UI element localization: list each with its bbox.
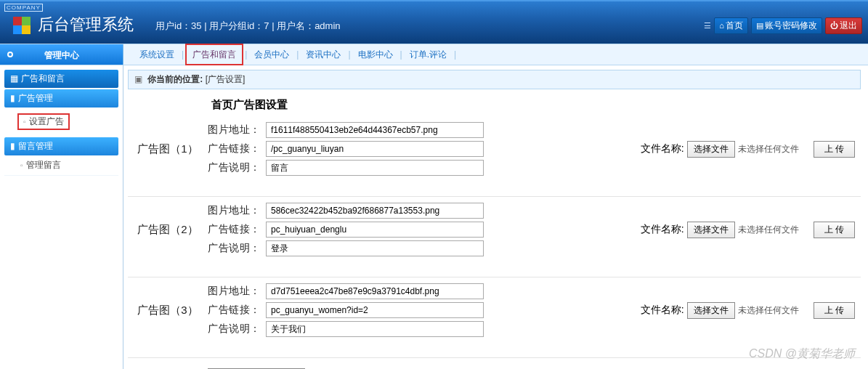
- desc-input[interactable]: [266, 240, 484, 256]
- app-logo-icon: [13, 17, 31, 34]
- power-icon: ⏻: [830, 21, 838, 30]
- breadcrumb-value: [广告设置]: [206, 74, 246, 84]
- nav-link-3[interactable]: 资讯中心: [299, 44, 348, 65]
- nav-link-5[interactable]: 订单.评论: [402, 44, 454, 65]
- sidebar: ▦广告和留言 ▮广告管理 ▫设置广告 ▮留言管理 ▫管理留言: [0, 65, 123, 369]
- nav-title: 管理中心: [0, 44, 123, 65]
- field-label-desc: 广告说明：: [208, 323, 266, 336]
- top-nav: 管理中心 系统设置 | 广告和留言 | 会员中心 | 资讯中心 | 电影中心 |…: [0, 44, 868, 65]
- nav-link-0[interactable]: 系统设置: [132, 44, 182, 65]
- breadcrumb: ▣ 你当前的位置: [广告设置]: [128, 70, 861, 89]
- desc-input[interactable]: [266, 321, 484, 337]
- file-label: 文件名称:: [641, 304, 684, 317]
- img-input[interactable]: [266, 203, 484, 219]
- field-label-link: 广告链接：: [208, 223, 266, 236]
- link-input[interactable]: [266, 302, 484, 318]
- desc-input[interactable]: [266, 160, 484, 176]
- file-status: 未选择任何文件: [738, 224, 799, 236]
- nav-separator: |: [182, 49, 184, 60]
- img-input[interactable]: [266, 122, 484, 138]
- ad-row: 广告图（1） 图片地址： 广告链接： 广告说明： 文件名称: 选择文件 未选择任…: [128, 116, 861, 197]
- field-label-img: 图片地址：: [208, 204, 266, 217]
- field-label-desc: 广告说明：: [208, 161, 266, 174]
- upload-button[interactable]: 上 传: [814, 141, 855, 158]
- home-icon: ⌂: [719, 21, 724, 30]
- breadcrumb-label: 你当前的位置:: [147, 74, 203, 84]
- upload-button[interactable]: 上 传: [814, 302, 855, 319]
- menu-icon[interactable]: ☰: [704, 21, 711, 31]
- sidebar-group-msg[interactable]: ▮留言管理: [4, 137, 118, 155]
- field-label-img: 图片地址：: [208, 285, 266, 298]
- file-status: 未选择任何文件: [738, 143, 799, 155]
- page-icon: ▫: [23, 118, 26, 126]
- nav-link-1[interactable]: 广告和留言: [185, 44, 243, 65]
- field-label-link: 广告链接：: [208, 142, 266, 155]
- field-label-img: 图片地址：: [208, 123, 266, 137]
- choose-file-button[interactable]: 选择文件: [687, 222, 735, 238]
- app-title: 后台管理系统: [38, 14, 134, 36]
- home-button[interactable]: ⌂首页: [714, 17, 748, 34]
- folder-icon: ▮: [10, 141, 15, 151]
- logout-button[interactable]: ⏻退出: [825, 17, 862, 34]
- choose-file-button[interactable]: 选择文件: [687, 302, 735, 319]
- img-input[interactable]: [266, 283, 484, 299]
- field-label-link: 广告链接：: [208, 304, 266, 317]
- doc-icon: ▤: [756, 21, 763, 31]
- choose-file-button[interactable]: 选择文件: [687, 141, 735, 158]
- ad-row-label: 广告图（2）: [128, 223, 208, 237]
- folder-icon: ▮: [10, 93, 15, 103]
- watermark: CSDN @黄菊华老师: [749, 346, 855, 362]
- link-input[interactable]: [266, 141, 484, 157]
- section-title: 首页广告图设置: [128, 94, 861, 116]
- file-label: 文件名称:: [641, 223, 684, 236]
- ad-row-label: 广告图（3）: [128, 304, 208, 317]
- page-icon: ▫: [20, 161, 23, 169]
- password-button[interactable]: ▤账号密码修改: [751, 17, 822, 34]
- sidebar-group-ads[interactable]: ▮广告管理: [4, 89, 118, 108]
- nav-separator: |: [454, 49, 456, 60]
- ad-row: 广告图（2） 图片地址： 广告链接： 广告说明： 文件名称: 选择文件 未选择任…: [128, 197, 861, 277]
- app-header: COMPANY 后台管理系统 用户id：35 | 用户分组id：7 | 用户名：…: [0, 0, 868, 44]
- main-content: ▣ 你当前的位置: [广告设置] 首页广告图设置 广告图（1） 图片地址： 广告…: [123, 65, 868, 369]
- company-tag: COMPANY: [4, 4, 43, 12]
- nav-link-4[interactable]: 电影中心: [351, 44, 400, 65]
- upload-button[interactable]: 上 传: [814, 222, 855, 238]
- file-label: 文件名称:: [641, 142, 684, 155]
- sidebar-item-manage-msg[interactable]: ▫管理留言: [4, 155, 118, 176]
- field-label-desc: 广告说明：: [208, 242, 266, 255]
- sidebar-item-set-ad[interactable]: ▫设置广告: [4, 108, 118, 136]
- user-info: 用户id：35 | 用户分组id：7 | 用户名：admin: [155, 20, 341, 33]
- nav-link-2[interactable]: 会员中心: [247, 44, 296, 65]
- link-input[interactable]: [266, 222, 484, 238]
- grid-icon: ▦: [10, 73, 18, 84]
- sidebar-top[interactable]: ▦广告和留言: [4, 70, 118, 88]
- location-icon: ▣: [134, 74, 142, 84]
- file-status: 未选择任何文件: [738, 304, 799, 317]
- ad-row-label: 广告图（1）: [128, 142, 208, 156]
